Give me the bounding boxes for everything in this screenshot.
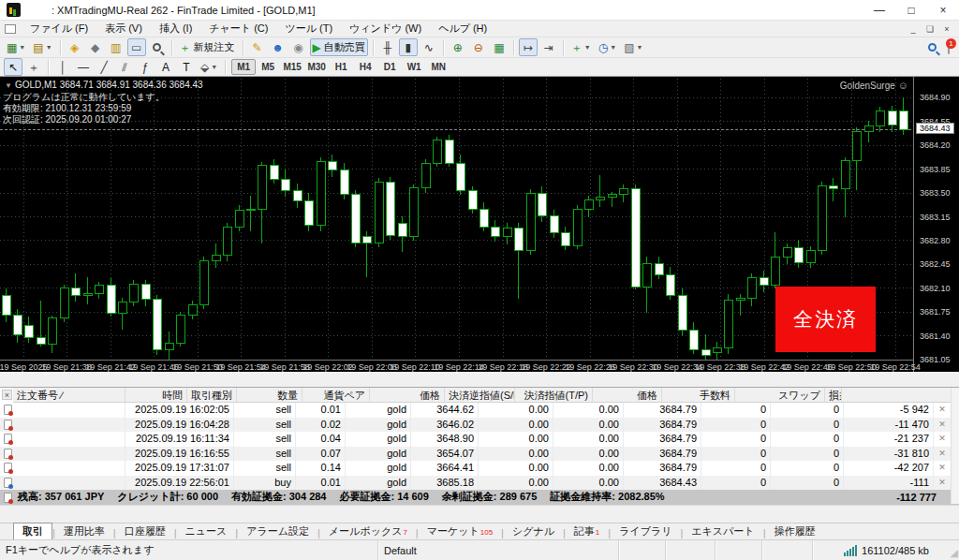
timeframe-h4[interactable]: H4 (353, 59, 377, 75)
order-row[interactable]: 2025.09.19 22:56:01buy0.01gold3685.180.0… (0, 476, 959, 491)
tile-windows-button[interactable]: ▦ (490, 38, 509, 56)
menu-item-0[interactable]: ファイル (F) (22, 21, 96, 37)
order-row[interactable]: 2025.09.19 17:31:07sell0.14gold3664.410.… (0, 461, 959, 476)
timeframe-m30[interactable]: M30 (304, 59, 329, 75)
timeframe-m15[interactable]: M15 (280, 59, 304, 75)
column-header[interactable]: スワップ (735, 388, 825, 402)
channel-button[interactable]: ⫽ (115, 58, 134, 76)
profiles-button[interactable]: ▤▼ (30, 38, 54, 56)
terminal-scrollbar[interactable] (951, 388, 959, 504)
column-header[interactable]: 注文番号 ∕ (13, 388, 125, 402)
menu-item-3[interactable]: チャート (C) (200, 21, 276, 37)
close-position-button[interactable]: ✕ (934, 461, 951, 476)
new-chart-button[interactable]: ▦▼ (4, 38, 28, 56)
menu-item-1[interactable]: 表示 (V) (96, 21, 151, 37)
tab-メールボックス[interactable]: メールボックス7 (320, 523, 416, 539)
panel-splitter[interactable] (0, 372, 959, 387)
bar-chart-button[interactable]: ╫ (378, 38, 397, 56)
line-chart-button[interactable]: ∿ (420, 38, 438, 56)
chart-close-button[interactable]: × (938, 22, 955, 36)
close-position-button[interactable]: ✕ (934, 403, 951, 418)
horizontal-line-button[interactable]: — (74, 58, 93, 76)
column-header[interactable]: 価格 (370, 388, 445, 402)
vertical-line-button[interactable]: │ (53, 58, 72, 76)
web-request-button[interactable]: ◉ (289, 38, 308, 56)
indicators-button[interactable]: ＋▼ (568, 38, 594, 56)
close-position-button[interactable]: ✕ (934, 447, 951, 462)
close-button[interactable]: × (927, 0, 959, 20)
timeframe-m1[interactable]: M1 (231, 59, 256, 75)
timeframe-mn[interactable]: MN (426, 59, 450, 75)
tab-ニュース[interactable]: ニュース (177, 523, 236, 539)
close-all-button[interactable]: 全決済 (775, 287, 876, 352)
chart-restore-button[interactable]: ❏ (922, 22, 938, 36)
order-row[interactable]: 2025.09.19 16:11:34sell0.04gold3648.900.… (0, 432, 959, 447)
shapes-button[interactable]: ⬙▼ (198, 58, 220, 76)
column-header[interactable]: 通貨ペア (302, 388, 370, 402)
column-header[interactable]: 価格 (593, 388, 662, 402)
profile-cell[interactable]: Default (377, 540, 618, 560)
crosshair-button[interactable]: ＋ (24, 58, 43, 76)
navigator-button[interactable]: ◆ (86, 38, 105, 56)
data-window-button[interactable]: ▥ (107, 38, 125, 56)
zoom-in-button[interactable]: ⊕ (449, 38, 467, 56)
time-axis[interactable]: 19 Sep 202519 Sep 21:3819 Sep 21:4219 Se… (0, 360, 913, 373)
column-header[interactable]: 決済逆指値(S/L) (445, 388, 515, 402)
column-header[interactable]: 手数料 (662, 388, 735, 402)
trendline-button[interactable]: ╱ (95, 58, 113, 76)
tab-マーケット[interactable]: マーケット105 (419, 523, 501, 539)
tab-ライブラリ[interactable]: ライブラリ (611, 523, 680, 539)
text-label-button[interactable]: T (177, 58, 196, 76)
minimize-button[interactable]: — (863, 0, 895, 20)
timeframe-m5[interactable]: M5 (256, 59, 280, 75)
market-watch-button[interactable]: ◈ (66, 38, 84, 56)
tab-操作履歴[interactable]: 操作履歴 (765, 523, 823, 539)
ea-smiley-icon[interactable]: ☺ (898, 80, 908, 91)
community-button[interactable]: ☻ (269, 38, 288, 56)
column-header[interactable]: 数量 (237, 388, 302, 402)
price-axis[interactable]: 3684.903684.553684.203683.853683.503683.… (913, 77, 959, 373)
notifications-button[interactable]: 1 (948, 42, 950, 53)
fibonacci-button[interactable]: ƒ (136, 58, 155, 76)
menu-item-5[interactable]: ウィンドウ (W) (341, 21, 430, 37)
chart-window-icon[interactable] (5, 24, 16, 34)
tab-アラーム設定[interactable]: アラーム設定 (238, 523, 317, 539)
timeframe-w1[interactable]: W1 (402, 59, 426, 75)
column-header[interactable]: 時間 (125, 388, 187, 402)
tab-エキスパート[interactable]: エキスパート (683, 523, 762, 539)
terminal-button[interactable]: ▭ (127, 38, 146, 56)
menu-item-4[interactable]: ツール (T) (276, 21, 341, 37)
tab-シグナル[interactable]: シグナル (504, 523, 563, 539)
menu-item-2[interactable]: 挿入 (I) (151, 21, 200, 37)
order-row[interactable]: 2025.09.19 16:02:05sell0.01gold3644.620.… (0, 403, 959, 418)
close-position-button[interactable]: ✕ (934, 476, 951, 491)
auto-trading-button[interactable]: ▶自動売買 (310, 38, 368, 56)
auto-scroll-button[interactable]: ↦ (519, 38, 538, 56)
text-button[interactable]: A (156, 58, 175, 76)
maximize-button[interactable]: □ (895, 0, 927, 20)
close-position-button[interactable]: ✕ (934, 432, 951, 447)
close-position-button[interactable]: ✕ (934, 418, 951, 433)
order-row[interactable]: 2025.09.19 16:04:28sell0.02gold3646.020.… (0, 418, 959, 433)
timeframe-d1[interactable]: D1 (377, 59, 402, 75)
metaeditor-button[interactable]: ✎ (248, 38, 267, 56)
chart-minimize-button[interactable]: _ (905, 22, 922, 36)
periods-button[interactable]: ◷▼ (596, 38, 619, 56)
column-header[interactable]: 取引種別 (187, 388, 237, 402)
tab-口座履歴[interactable]: 口座履歴 (116, 523, 174, 539)
templates-button[interactable]: ▧▼ (621, 38, 645, 56)
terminal-close-button[interactable]: × (2, 390, 12, 400)
order-row[interactable]: 2025.09.19 16:16:55sell0.07gold3654.070.… (0, 447, 959, 462)
resize-grip[interactable]: ◢ (951, 547, 958, 559)
column-header[interactable]: 決済指値(T/P) (515, 388, 593, 402)
new-order-button[interactable]: ＋新規注文 (177, 38, 238, 56)
candlestick-chart-button[interactable]: ▮ (399, 38, 418, 56)
zoom-out-button[interactable]: ⊖ (469, 38, 488, 56)
chart-shift-button[interactable]: ⇥ (539, 38, 558, 56)
tab-運用比率[interactable]: 運用比率 (55, 523, 113, 539)
column-header[interactable]: 損益 (825, 388, 842, 402)
timeframe-h1[interactable]: H1 (329, 59, 353, 75)
chart-symbol-ohlc[interactable]: ▼GOLD,M1 3684.71 3684.91 3684.36 3684.43 (5, 80, 203, 90)
tab-記事[interactable]: 記事1 (566, 523, 608, 539)
search-icon[interactable] (928, 43, 937, 52)
